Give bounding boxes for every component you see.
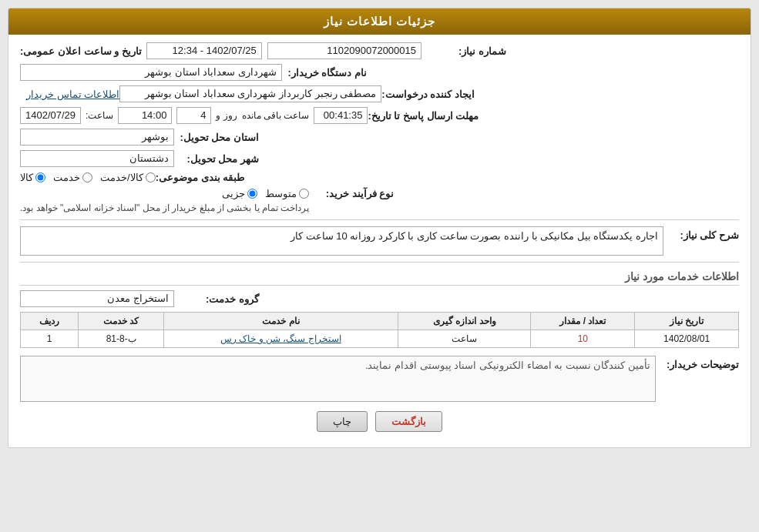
purchase-type-label: نوع فرآیند خرید: <box>309 188 394 199</box>
services-section-title: اطلاعات خدمات مورد نیاز <box>20 270 739 286</box>
col-unit: واحد اندازه گیری <box>398 313 531 330</box>
category-khedmat-label: خدمت <box>53 172 80 183</box>
category-label: طبقه بندی موضوعی: <box>156 172 245 183</box>
deadline-label: مهلت ارسال پاسخ تا تاریخ: <box>368 110 479 122</box>
purchase-jozii-label: جزیی <box>222 188 245 199</box>
cell-row-number: 1 <box>21 330 79 348</box>
services-table: تاریخ نیاز تعداد / مقدار واحد اندازه گیر… <box>20 312 739 348</box>
city-value: دشتستان <box>20 150 174 167</box>
cell-unit: ساعت <box>398 330 531 348</box>
col-date: تاریخ نیاز <box>635 313 739 330</box>
category-kala-khedmat-label: کالا/خدمت <box>100 172 143 183</box>
cell-service-name[interactable]: استخراج سنگ، شن و خاک رس <box>164 330 398 348</box>
purchase-jozii-item[interactable]: جزیی <box>222 188 257 199</box>
category-khedmat-radio[interactable] <box>82 172 92 182</box>
announcement-datetime-value: 1402/07/25 - 12:34 <box>146 42 262 59</box>
deadline-remaining-value: 00:41:35 <box>314 107 368 124</box>
cell-quantity: 10 <box>531 330 635 348</box>
purchase-motavaset-radio[interactable] <box>299 189 309 199</box>
creator-value: مصطفی رنجبر کاربرداز شهرداری سعداباد است… <box>119 85 381 102</box>
need-number-value: 1102090072000015 <box>267 42 421 59</box>
description-section: شرح کلی نیاز: اجاره یکدستگاه بیل مکانیکی… <box>20 226 739 256</box>
col-quantity: تعداد / مقدار <box>531 313 635 330</box>
buyer-notes-textarea[interactable] <box>20 356 656 402</box>
service-group-value: استخراج معدن <box>20 290 174 307</box>
city-label: شهر محل تحویل: <box>174 153 259 165</box>
cell-date: 1402/08/01 <box>635 330 739 348</box>
province-label: استان محل تحویل: <box>174 132 259 143</box>
deadline-date-value: 1402/07/29 <box>20 107 81 124</box>
category-kala-item[interactable]: کالا <box>20 172 45 183</box>
need-number-label: شماره نیاز: <box>421 45 506 57</box>
purchase-motavaset-item[interactable]: متوسط <box>265 188 309 199</box>
announcement-datetime-label: تاریخ و ساعت اعلان عمومی: <box>20 45 142 57</box>
print-button[interactable]: چاپ <box>317 411 368 432</box>
page-header: جزئیات اطلاعات نیاز <box>8 8 751 35</box>
purchase-jozii-radio[interactable] <box>247 189 257 199</box>
description-value: اجاره یکدستگاه بیل مکانیکی با راننده بصو… <box>20 226 663 256</box>
buyer-name-label: نام دستگاه خریدار: <box>282 67 367 79</box>
purchase-type-radio-group: متوسط جزیی <box>20 188 309 199</box>
category-kala-radio[interactable] <box>35 172 45 182</box>
deadline-days-value: 4 <box>176 107 211 124</box>
category-kala-khedmat-item[interactable]: کالا/خدمت <box>100 172 156 183</box>
service-group-label: گروه خدمت: <box>174 293 259 305</box>
category-kala-label: کالا <box>20 172 33 183</box>
category-kala-khedmat-radio[interactable] <box>146 172 156 182</box>
deadline-time-value: 14:00 <box>118 107 172 124</box>
col-row-number: ردیف <box>21 313 79 330</box>
col-service-code: کد خدمت <box>79 313 164 330</box>
back-button[interactable]: بازگشت <box>375 411 442 432</box>
purchase-note: پرداخت تمام یا بخشی از مبلغ خریدار از مح… <box>20 202 309 213</box>
description-label: شرح کلی نیاز: <box>670 226 739 241</box>
province-value: بوشهر <box>20 129 174 146</box>
category-radio-group: کالا/خدمت خدمت کالا <box>20 172 156 183</box>
table-row: 1402/08/01 10 ساعت استخراج سنگ، شن و خاک… <box>21 330 739 348</box>
deadline-remaining-label: ساعت باقی مانده <box>242 110 310 121</box>
col-service-name: نام خدمت <box>164 313 398 330</box>
buyer-notes-section: توضیحات خریدار: <box>20 356 739 402</box>
creator-contact-link[interactable]: اطلاعات تماس خریدار <box>26 89 119 100</box>
creator-label: ایجاد کننده درخواست: <box>381 89 475 100</box>
category-khedmat-item[interactable]: خدمت <box>53 172 92 183</box>
buyer-name-value: شهرداری سعداباد استان بوشهر <box>20 64 282 81</box>
buyer-notes-label: توضیحات خریدار: <box>662 356 739 370</box>
deadline-time-label: ساعت: <box>86 110 113 121</box>
purchase-motavaset-label: متوسط <box>265 188 297 199</box>
deadline-day-label: روز و <box>216 110 237 121</box>
cell-service-code: ب-8-81 <box>79 330 164 348</box>
button-row: بازگشت چاپ <box>20 411 739 440</box>
